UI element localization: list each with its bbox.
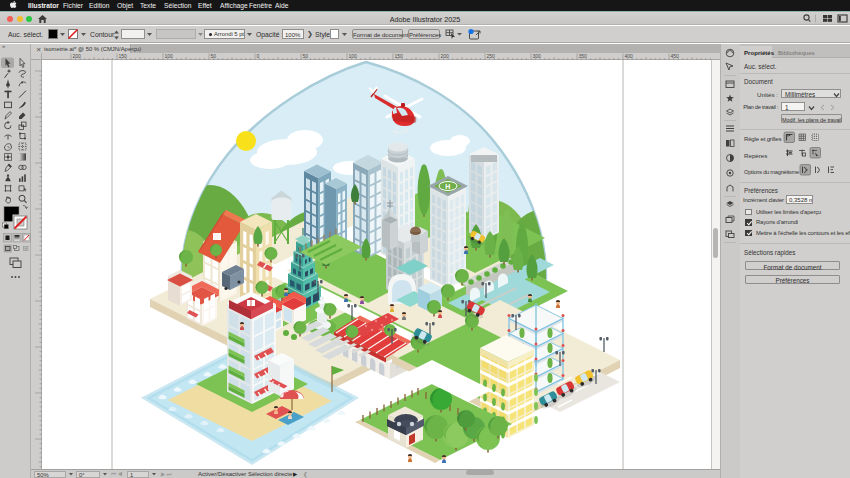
svg-text:200: 200 bbox=[441, 53, 450, 59]
svg-text:200: 200 bbox=[73, 53, 82, 59]
svg-text:0: 0 bbox=[257, 53, 260, 59]
svg-text:150: 150 bbox=[395, 53, 404, 59]
svg-text:150: 150 bbox=[119, 53, 128, 59]
svg-text:300: 300 bbox=[533, 53, 542, 59]
svg-text:250: 250 bbox=[487, 53, 496, 59]
svg-text:400: 400 bbox=[625, 53, 634, 59]
svg-text:100: 100 bbox=[165, 53, 174, 59]
svg-text:450: 450 bbox=[671, 53, 680, 59]
svg-text:350: 350 bbox=[579, 53, 588, 59]
svg-text:100: 100 bbox=[349, 53, 358, 59]
svg-text:H: H bbox=[445, 183, 450, 190]
